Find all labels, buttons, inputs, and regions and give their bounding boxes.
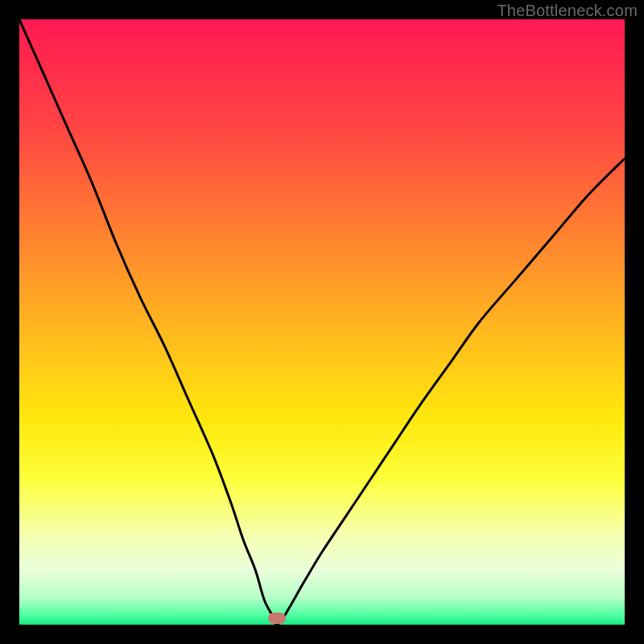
- chart-frame: TheBottleneck.com: [0, 0, 644, 644]
- plot-area: [19, 19, 625, 625]
- background-gradient: [19, 19, 625, 625]
- watermark-text: TheBottleneck.com: [497, 2, 638, 20]
- svg-rect-0: [19, 19, 625, 625]
